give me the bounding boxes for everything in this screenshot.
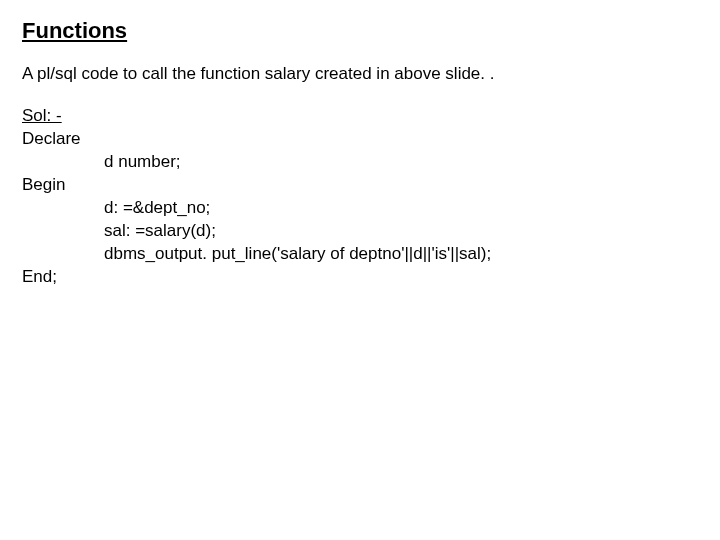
slide-description: A pl/sql code to call the function salar… (22, 64, 698, 84)
page-title: Functions (22, 18, 698, 44)
code-line-assign-d: d: =&dept_no; (22, 197, 698, 220)
code-line-2-text: sal: =salary(d); (104, 221, 216, 240)
code-line-3-text: dbms_output. put_line('salary of deptno'… (104, 244, 491, 263)
code-line-1-text: d: =&dept_no; (104, 198, 210, 217)
code-line-output: dbms_output. put_line('salary of deptno'… (22, 243, 698, 266)
code-line-assign-sal: sal: =salary(d); (22, 220, 698, 243)
code-end: End; (22, 266, 698, 289)
solution-label: Sol: - (22, 106, 698, 126)
code-var-decl-text: d number; (104, 152, 181, 171)
code-declare: Declare (22, 128, 698, 151)
code-var-declaration: d number; (22, 151, 698, 174)
code-begin: Begin (22, 174, 698, 197)
